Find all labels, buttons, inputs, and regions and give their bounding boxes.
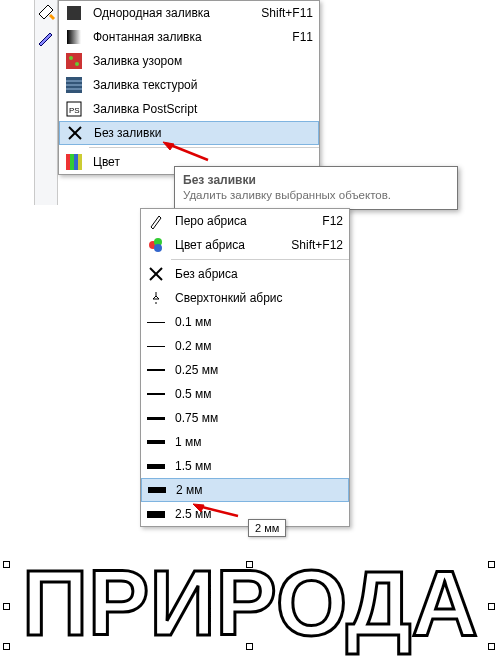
line-weight-icon: [146, 479, 168, 501]
menu-item-label: 0.2 мм: [175, 339, 343, 353]
sel-handle[interactable]: [3, 643, 10, 650]
line-weight-icon: [145, 503, 167, 525]
fountain-fill-icon: [63, 26, 85, 48]
svg-rect-13: [74, 154, 78, 170]
line-weight-icon: [145, 359, 167, 381]
uniform-fill-icon: [63, 2, 85, 24]
menu-item-shortcut: Shift+F11: [249, 6, 313, 20]
sel-handle[interactable]: [246, 561, 253, 568]
menu-item-shortcut: F12: [310, 214, 343, 228]
menu-item-label: 2 мм: [176, 483, 342, 497]
svg-marker-21: [193, 504, 204, 512]
sel-handle[interactable]: [488, 603, 495, 610]
menu-item-0-5mm[interactable]: 0.5 мм: [141, 382, 349, 406]
postscript-fill-icon: PS: [63, 98, 85, 120]
menu-item-label: 1.5 мм: [175, 459, 343, 473]
menu-item-label: Однородная заливка: [93, 6, 249, 20]
svg-point-18: [154, 244, 162, 252]
menu-item-shortcut: F11: [280, 30, 313, 44]
no-outline-icon: [145, 263, 167, 285]
tooltip-title: Без заливки: [183, 173, 449, 187]
menu-item-label: Цвет абриса: [175, 238, 279, 252]
svg-text:PS: PS: [69, 106, 80, 115]
menu-item-label: 1 мм: [175, 435, 343, 449]
menu-item-label: 0.75 мм: [175, 411, 343, 425]
menu-item-label: Без абриса: [175, 267, 343, 281]
svg-rect-14: [78, 154, 82, 170]
svg-marker-15: [163, 142, 174, 150]
line-weight-icon: [145, 407, 167, 429]
menu-item-outline-color[interactable]: Цвет абриса Shift+F12: [141, 233, 349, 257]
menu-item-0-2mm[interactable]: 0.2 мм: [141, 334, 349, 358]
menu-item-label: 0.5 мм: [175, 387, 343, 401]
outlined-text: ПРИРОДА: [22, 555, 478, 654]
menu-item-0-25mm[interactable]: 0.25 мм: [141, 358, 349, 382]
svg-point-4: [69, 56, 73, 60]
menu-item-0-1mm[interactable]: 0.1 мм: [141, 310, 349, 334]
menu-item-fountain-fill[interactable]: Фонтанная заливка F11: [59, 25, 319, 49]
menu-item-uniform-fill[interactable]: Однородная заливка Shift+F11: [59, 1, 319, 25]
menu-item-postscript-fill[interactable]: PS Заливка PostScript: [59, 97, 319, 121]
menu-item-label: Заливка узором: [93, 54, 313, 68]
tooltip-2mm: 2 мм: [248, 519, 286, 537]
menu-item-1mm[interactable]: 1 мм: [141, 430, 349, 454]
line-weight-icon: [145, 455, 167, 477]
menu-item-hairline[interactable]: Сверхтонкий абрис: [141, 286, 349, 310]
svg-rect-2: [67, 30, 81, 44]
pattern-fill-icon: [63, 50, 85, 72]
sel-handle[interactable]: [488, 643, 495, 650]
line-weight-icon: [145, 383, 167, 405]
menu-item-no-outline[interactable]: Без абриса: [141, 262, 349, 286]
pen-icon: [145, 210, 167, 232]
outline-color-icon: [145, 234, 167, 256]
sel-handle[interactable]: [3, 561, 10, 568]
menu-item-0-75mm[interactable]: 0.75 мм: [141, 406, 349, 430]
hairline-icon: [145, 287, 167, 309]
tooltip-description: Удалить заливку выбранных объектов.: [183, 189, 449, 201]
line-weight-icon: [145, 335, 167, 357]
menu-item-label: Сверхтонкий абрис: [175, 291, 343, 305]
menu-item-label: 0.1 мм: [175, 315, 343, 329]
menu-item-label: 0.25 мм: [175, 363, 343, 377]
menu-item-outline-pen[interactable]: Перо абриса F12: [141, 209, 349, 233]
sel-handle[interactable]: [488, 561, 495, 568]
callout-arrow: [160, 138, 220, 168]
no-fill-icon: [64, 122, 86, 144]
sel-handle[interactable]: [3, 603, 10, 610]
menu-item-1-5mm[interactable]: 1.5 мм: [141, 454, 349, 478]
tooltip-no-fill: Без заливки Удалить заливку выбранных об…: [174, 166, 458, 210]
menu-item-label: Заливка текстурой: [93, 78, 313, 92]
menu-item-pattern-fill[interactable]: Заливка узором: [59, 49, 319, 73]
menu-item-label: Перо абриса: [175, 214, 310, 228]
svg-rect-11: [66, 154, 70, 170]
callout-arrow: [192, 500, 246, 524]
menu-item-2mm[interactable]: 2 мм: [141, 478, 349, 502]
fill-tool-icon[interactable]: [36, 2, 56, 22]
sel-handle[interactable]: [246, 643, 253, 650]
line-weight-icon: [145, 311, 167, 333]
menu-item-label: Заливка PostScript: [93, 102, 313, 116]
svg-point-5: [75, 62, 79, 66]
outline-flyout-menu: Перо абриса F12 Цвет абриса Shift+F12 Бе…: [140, 208, 350, 527]
menu-item-texture-fill[interactable]: Заливка текстурой: [59, 73, 319, 97]
menu-separator: [171, 259, 349, 260]
svg-rect-12: [70, 154, 74, 170]
texture-fill-icon: [63, 74, 85, 96]
color-icon: [63, 151, 85, 173]
menu-item-label: Фонтанная заливка: [93, 30, 280, 44]
line-weight-icon: [145, 431, 167, 453]
svg-rect-3: [66, 53, 82, 69]
outline-tool-icon[interactable]: [36, 28, 56, 48]
menu-item-shortcut: Shift+F12: [279, 238, 343, 252]
canvas-text-object[interactable]: ПРИРОДА: [0, 555, 500, 660]
svg-rect-1: [67, 6, 81, 20]
